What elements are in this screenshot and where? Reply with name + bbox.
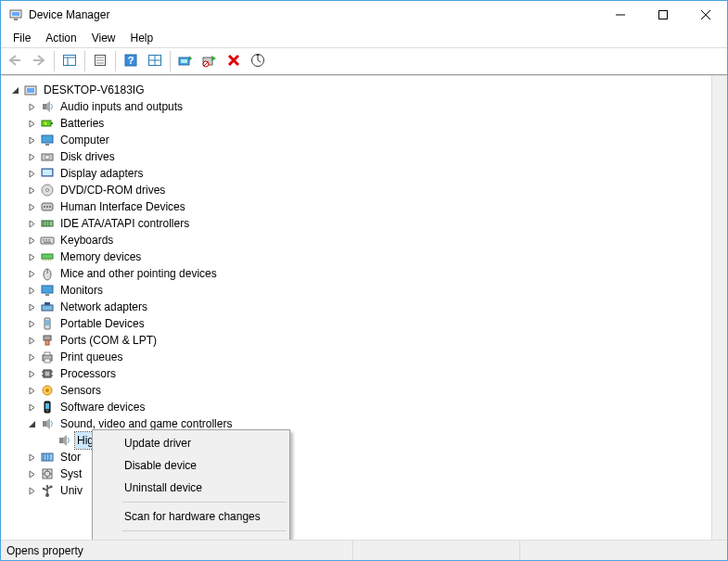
expand-arrow-icon[interactable] — [25, 184, 38, 197]
expand-arrow-icon[interactable] — [25, 150, 38, 163]
scan-hardware-button[interactable] — [247, 50, 269, 72]
action-center-button[interactable] — [144, 50, 166, 72]
arrow-left-icon — [7, 54, 22, 70]
disable-device-button[interactable] — [198, 50, 221, 72]
window-title: Device Manager — [29, 8, 109, 21]
close-button[interactable] — [684, 1, 727, 29]
content-area: DESKTOP-V6183IG Audio inputs and outputs… — [1, 75, 727, 540]
show-hide-console-tree-button[interactable] — [58, 50, 81, 72]
svg-rect-1 — [12, 12, 19, 16]
ide-icon — [40, 216, 55, 231]
tree-category-label: Sensors — [58, 382, 103, 399]
tree-category[interactable]: DVD/CD-ROM drives — [5, 182, 727, 198]
expand-arrow-icon[interactable] — [25, 484, 38, 497]
forward-button[interactable] — [28, 50, 50, 72]
properties-icon — [93, 53, 108, 70]
menu-view[interactable]: View — [85, 30, 122, 46]
menu-help[interactable]: Help — [124, 30, 160, 46]
expand-arrow-icon[interactable] — [25, 467, 38, 480]
computer-root-icon — [23, 83, 38, 97]
speaker-icon — [40, 416, 55, 431]
tree-category-label: Batteries — [58, 115, 106, 132]
tree-category-label: Univ — [58, 482, 84, 499]
expand-arrow-icon[interactable] — [25, 167, 38, 180]
tree-category-label: Audio inputs and outputs — [58, 98, 185, 115]
properties-button[interactable] — [89, 50, 111, 72]
scan-icon — [250, 53, 265, 70]
arrow-right-icon — [32, 54, 46, 70]
hid-icon — [40, 199, 55, 214]
context-menu-item[interactable]: Scan for hardware changes — [95, 505, 287, 528]
tree-category[interactable]: Network adapters — [5, 299, 727, 315]
sensor-icon — [40, 383, 55, 398]
expand-arrow-icon[interactable] — [25, 250, 38, 263]
tree-category[interactable]: Print queues — [5, 349, 727, 365]
tree-root[interactable]: DESKTOP-V6183IG — [5, 82, 727, 98]
tree-category[interactable]: Audio inputs and outputs — [5, 98, 727, 115]
tree-category-label: Software devices — [58, 399, 147, 415]
tree-category[interactable]: Mice and other pointing devices — [5, 265, 727, 282]
expand-arrow-icon[interactable] — [25, 134, 38, 147]
update-driver-button[interactable] — [174, 50, 197, 72]
expand-arrow-icon[interactable] — [25, 217, 38, 230]
help-icon: ? — [123, 53, 138, 70]
speaker-icon — [40, 99, 55, 114]
tree-category[interactable]: Monitors — [5, 282, 727, 299]
tree-category[interactable]: Ports (COM & LPT) — [5, 332, 727, 349]
statusbar-cell-2 — [353, 541, 520, 560]
tree-category[interactable]: Display adapters — [5, 165, 727, 182]
context-menu-item[interactable]: Uninstall device — [95, 477, 287, 499]
minimize-button[interactable] — [599, 1, 642, 29]
expand-arrow-icon[interactable] — [25, 300, 38, 313]
context-menu-item[interactable]: Properties — [95, 534, 287, 540]
tree-category[interactable]: Sensors — [5, 382, 727, 399]
tree-category-label: Human Interface Devices — [58, 198, 187, 215]
tree-category-label: Processors — [58, 365, 118, 382]
expand-arrow-icon[interactable] — [25, 451, 38, 464]
tree-category-label: Keyboards — [58, 232, 115, 249]
expand-arrow-icon[interactable] — [25, 200, 38, 213]
device-manager-window: Device Manager File Action View Help ? D… — [0, 0, 728, 561]
tree-category[interactable]: Disk drives — [5, 148, 727, 165]
context-menu-separator — [122, 530, 287, 531]
expand-arrow-icon[interactable] — [25, 284, 38, 297]
collapse-arrow-icon[interactable] — [25, 417, 38, 430]
context-menu-item[interactable]: Update driver — [95, 432, 287, 454]
expand-arrow-icon[interactable] — [25, 351, 38, 363]
vertical-scrollbar[interactable] — [711, 76, 727, 540]
expand-arrow-icon[interactable] — [25, 401, 38, 414]
back-button[interactable] — [4, 50, 26, 72]
expand-arrow-icon[interactable] — [25, 317, 38, 330]
tree-category[interactable]: Keyboards — [5, 232, 727, 249]
tree-category-label: Portable Devices — [58, 315, 147, 332]
tree-category-label: Network adapters — [58, 299, 149, 315]
expand-arrow-icon[interactable] — [25, 234, 38, 247]
tree-category[interactable]: Software devices — [5, 399, 727, 415]
uninstall-device-button[interactable] — [223, 50, 245, 72]
collapse-arrow-icon[interactable] — [8, 83, 21, 96]
monitor-icon — [40, 133, 55, 147]
tree-category[interactable]: IDE ATA/ATAPI controllers — [5, 215, 727, 232]
tree-category[interactable]: Human Interface Devices — [5, 198, 727, 215]
tree-category-label: IDE ATA/ATAPI controllers — [58, 215, 191, 232]
maximize-button[interactable] — [642, 1, 684, 29]
context-menu-item[interactable]: Disable device — [95, 454, 287, 477]
expand-arrow-icon[interactable] — [25, 100, 38, 113]
expand-arrow-icon[interactable] — [25, 117, 38, 130]
tree-category[interactable]: Computer — [5, 132, 727, 148]
expand-arrow-icon[interactable] — [25, 384, 38, 397]
tree-category[interactable]: Portable Devices — [5, 315, 727, 332]
tree-category[interactable]: Batteries — [5, 115, 727, 132]
tree-category[interactable]: Memory devices — [5, 249, 727, 265]
update-driver-icon — [178, 53, 193, 70]
dvd-icon — [40, 183, 55, 198]
expand-arrow-icon[interactable] — [25, 334, 38, 347]
tree-category-label: Monitors — [58, 282, 105, 299]
help-button[interactable]: ? — [120, 50, 142, 72]
tree-category[interactable]: Processors — [5, 365, 727, 382]
menu-action[interactable]: Action — [39, 30, 83, 46]
tree-category-label: DVD/CD-ROM drives — [58, 182, 167, 198]
expand-arrow-icon[interactable] — [25, 367, 38, 380]
menu-file[interactable]: File — [6, 30, 37, 46]
expand-arrow-icon[interactable] — [25, 267, 38, 280]
